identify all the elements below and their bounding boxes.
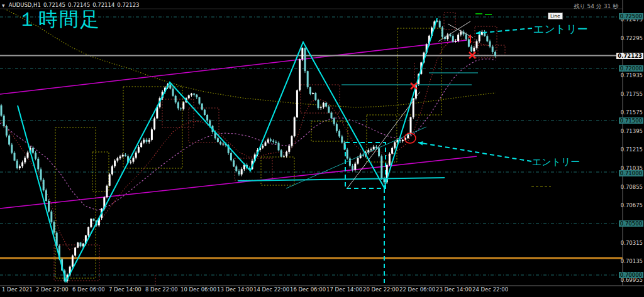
time-tick-label: 14 Dec 22:00 (253, 286, 289, 293)
time-tick-label: 23 Dec 14:00 (436, 286, 472, 293)
plot-area[interactable] (0, 6, 623, 285)
entry-annotation-2[interactable]: エントリー (532, 156, 580, 168)
time-tick-label: 16 Dec 06:00 (290, 286, 326, 293)
chart-window: ▼ AUDUSD,H1 0.72145 0.72145 0.72114 0.72… (0, 0, 644, 297)
price-tick-label: 0.70855 (621, 184, 643, 190)
time-tick-label: 24 Dec 22:00 (472, 286, 508, 293)
magenta-trendline[interactable] (0, 156, 477, 208)
round-price-tag: 0.71000 (619, 170, 643, 176)
time-axis[interactable]: 1 Dec 20212 Dec 22:006 Dec 06:007 Dec 14… (0, 286, 644, 297)
red-zone-box[interactable] (478, 45, 505, 55)
time-tick-label: 7 Dec 14:00 (109, 286, 142, 293)
quote-close: 0.72123 (117, 2, 139, 8)
price-tick-label: 0.70315 (621, 240, 643, 246)
timeframe-title-label[interactable]: １時間足 (18, 6, 101, 33)
olive-zone-box[interactable] (397, 28, 441, 115)
price-tick-label: 0.70135 (621, 258, 643, 264)
symbol-dropdown-icon[interactable]: ▼ (2, 3, 5, 8)
price-tick-label: 0.71395 (621, 128, 643, 134)
medium-ma-line (0, 59, 496, 210)
price-tick-label: 0.72295 (621, 35, 643, 41)
magenta-trendline[interactable] (0, 40, 467, 94)
round-price-tag: 0.72500 (619, 13, 643, 19)
price-chart-canvas[interactable] (0, 0, 644, 297)
entry-arrow-line[interactable] (418, 143, 531, 161)
price-axis[interactable]: 0.724750.722950.719350.717550.715750.713… (623, 0, 644, 286)
red-zone-box[interactable] (301, 85, 340, 113)
time-tick-label: 20 Dec 22:00 (363, 286, 399, 293)
time-tick-label: 2 Dec 22:00 (36, 286, 69, 293)
round-price-tag: 0.70500 (619, 220, 643, 227)
price-tick-label: 0.71935 (621, 72, 643, 78)
candle-countdown-timer: 残り 54 分 31 秒 (574, 3, 618, 11)
time-tick-label: 13 Dec 14:00 (217, 286, 253, 293)
current-price-tag: 0.72123 (616, 53, 643, 59)
round-price-tag: 0.71500 (619, 117, 643, 124)
time-tick-label: 8 Dec 22:00 (145, 286, 178, 293)
candles (1, 19, 496, 283)
price-tick-label: 0.71755 (621, 91, 643, 97)
time-tick-label: 6 Dec 06:00 (72, 286, 105, 293)
price-tick-label: 0.71215 (621, 146, 643, 153)
price-tick-label: 0.71575 (621, 109, 643, 116)
white-trendline[interactable] (448, 24, 473, 38)
time-tick-label: 17 Dec 14:00 (326, 286, 362, 293)
round-price-tag: 0.72000 (619, 65, 643, 72)
time-tick-label: 1 Dec 2021 (2, 286, 33, 293)
price-tick-label: 0.70675 (621, 202, 643, 208)
line-object-tooltip: Line (548, 13, 563, 19)
entry-annotation-1[interactable]: エントリー (533, 22, 588, 36)
time-tick-label: 10 Dec 06:00 (180, 286, 216, 293)
time-tick-label: 22 Dec 06:00 (399, 286, 435, 293)
round-price-tag: 0.70000 (619, 272, 643, 278)
